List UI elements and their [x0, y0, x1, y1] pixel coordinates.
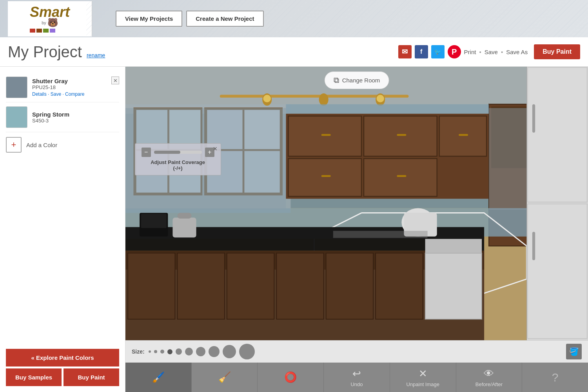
lasso-icon: ⭕ [284, 371, 297, 383]
canvas-area: ⧉ Change Room [125, 67, 588, 392]
buy-paint-header-button[interactable]: Buy Paint [534, 44, 580, 59]
color-code-2: S450-3 [32, 118, 119, 124]
main-content: My Project rename ✉ f 🐦 P Print • Save •… [0, 37, 588, 392]
logo-area: Smart by 🐻 [8, 1, 92, 36]
color-name-1: Shutter Gray [32, 78, 119, 84]
logo-by: by [42, 20, 46, 25]
kitchen-container[interactable]: ⧉ Change Room [125, 67, 588, 340]
undo-tool[interactable]: ↩ Undo [324, 363, 390, 392]
project-actions: ✉ f 🐦 P Print • Save • Save As Buy Paint [398, 44, 580, 59]
bottom-toolbar: 🖌️ 🧹 ⭕ ↩ Undo ✕ Unpaint Image 👁 [125, 363, 588, 392]
coverage-sublabel-text: (-/+) [173, 165, 182, 171]
facebook-share-button[interactable]: f [415, 45, 428, 58]
logo-colors [30, 29, 70, 33]
color-swatch-1[interactable] [6, 77, 27, 98]
size-dot-10[interactable] [239, 344, 255, 359]
help-tool[interactable]: ? [522, 363, 588, 392]
save-as-button[interactable]: Save As [506, 49, 528, 55]
add-color-icon: + [6, 137, 22, 153]
coverage-label: Adjust Paint Coverage (-/+) [142, 159, 214, 171]
color-item-2: Spring Storm S450-3 [6, 102, 119, 132]
coverage-track[interactable] [154, 151, 202, 154]
project-title: My Project [8, 43, 82, 61]
brush-size-bar: Size: 🪣 [125, 340, 588, 363]
logo-bear-icon: 🐻 [47, 18, 58, 28]
size-dot-6[interactable] [185, 348, 193, 356]
paint-brush-tool[interactable]: 🖌️ [125, 363, 192, 392]
size-dot-9[interactable] [223, 345, 236, 358]
nav-buttons: View My Projects Create a New Project [116, 11, 264, 27]
email-share-button[interactable]: ✉ [398, 45, 412, 58]
logo-text: Smart [30, 5, 70, 19]
size-label: Size: [132, 348, 145, 355]
help-icon: ? [552, 371, 559, 384]
pinterest-share-button[interactable]: P [448, 45, 461, 58]
color-compare-1[interactable]: Compare [65, 91, 84, 97]
view-projects-button[interactable]: View My Projects [116, 11, 182, 27]
color-info-2: Spring Storm S450-3 [32, 111, 119, 124]
size-dot-3[interactable] [160, 350, 164, 354]
size-dots [149, 344, 255, 359]
buy-samples-button[interactable]: Buy Samples [6, 368, 62, 386]
separator1: • [479, 49, 481, 55]
left-bottom: « Explore Paint Colors Buy Samples Buy P… [6, 349, 119, 386]
size-dot-1[interactable] [149, 350, 151, 353]
color-swatch-2[interactable] [6, 106, 27, 128]
before-after-label: Before/After [475, 381, 503, 387]
paint-bucket-icon[interactable]: 🪣 [566, 344, 582, 359]
bottom-row: Buy Samples Buy Paint [6, 368, 119, 386]
svg-rect-62 [489, 108, 526, 210]
coverage-label-text: Adjust Paint Coverage [151, 159, 205, 165]
unpaint-tool[interactable]: ✕ Unpaint Image [390, 363, 456, 392]
change-room-icon: ⧉ [334, 76, 339, 85]
size-dot-2[interactable] [154, 350, 157, 353]
kitchen-image [125, 67, 588, 340]
unpaint-label: Unpaint Image [406, 381, 439, 387]
eraser-icon: 🧹 [218, 371, 231, 383]
paint-coverage-popup: ✕ − + Adjust Paint Coverage (-/+) [135, 143, 221, 175]
size-dot-5[interactable] [176, 348, 182, 355]
separator2: • [501, 49, 503, 55]
eraser-tool[interactable]: 🧹 [192, 363, 258, 392]
coverage-decrease-button[interactable]: − [142, 148, 151, 157]
size-dot-4[interactable] [167, 349, 172, 354]
color-details-1[interactable]: Details [32, 91, 47, 97]
twitter-share-button[interactable]: 🐦 [431, 45, 445, 58]
print-button[interactable]: Print [464, 49, 476, 55]
color-remove-1[interactable]: ✕ [111, 77, 119, 84]
color-name-2: Spring Storm [32, 111, 119, 118]
change-room-button[interactable]: ⧉ Change Room [325, 71, 389, 89]
change-room-label: Change Room [342, 77, 380, 84]
header: Smart by 🐻 View My Projects Create a New… [0, 0, 588, 37]
popup-close-button[interactable]: ✕ [213, 146, 218, 152]
save-button[interactable]: Save [485, 49, 498, 55]
rename-link[interactable]: rename [87, 52, 105, 58]
project-title-area: My Project rename [8, 43, 105, 61]
undo-icon: ↩ [352, 368, 361, 380]
unpaint-icon: ✕ [419, 368, 427, 380]
lasso-tool[interactable]: ⭕ [258, 363, 324, 392]
color-save-1[interactable]: Save [51, 91, 61, 97]
left-panel: Shutter Gray PPU25-18 Details · Save · C… [0, 67, 125, 392]
buy-paint-left-button[interactable]: Buy Paint [64, 368, 119, 386]
color-info-1: Shutter Gray PPU25-18 Details · Save · C… [32, 78, 119, 97]
project-bar: My Project rename ✉ f 🐦 P Print • Save •… [0, 37, 588, 67]
add-color-label: Add a Color [26, 142, 57, 148]
size-dot-7[interactable] [196, 347, 205, 356]
color-item-1: Shutter Gray PPU25-18 Details · Save · C… [6, 73, 119, 102]
color-links-1: Details · Save · Compare [32, 91, 119, 97]
before-after-tool[interactable]: 👁 Before/After [456, 363, 523, 392]
coverage-fill [154, 151, 180, 154]
create-project-button[interactable]: Create a New Project [186, 11, 263, 27]
workspace: Shutter Gray PPU25-18 Details · Save · C… [0, 67, 588, 392]
size-dot-8[interactable] [209, 346, 220, 357]
undo-label: Undo [350, 381, 363, 387]
coverage-slider-row: − + [142, 148, 214, 157]
explore-paint-colors-button[interactable]: « Explore Paint Colors [6, 349, 119, 366]
add-color-item[interactable]: + Add a Color [6, 132, 119, 157]
before-after-icon: 👁 [484, 368, 494, 380]
paint-brush-icon: 🖌️ [152, 371, 165, 383]
color-code-1: PPU25-18 [32, 84, 119, 90]
